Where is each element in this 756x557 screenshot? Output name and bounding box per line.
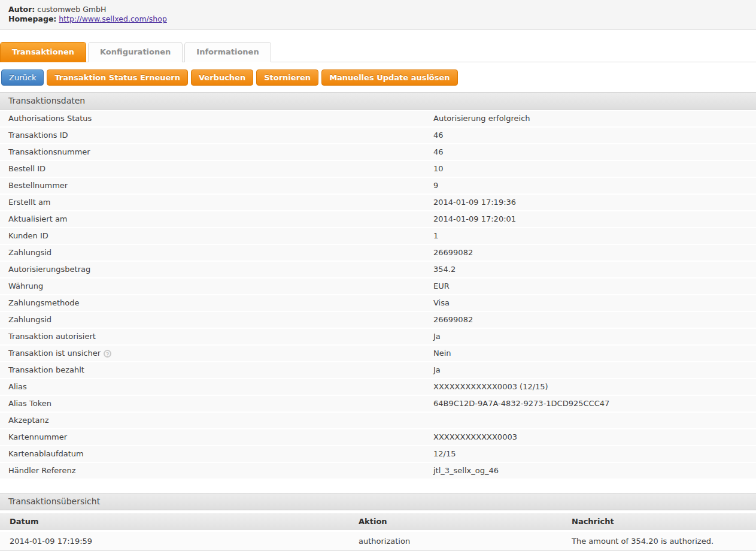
- field-label: Händler Referenz: [8, 463, 433, 479]
- field-value: EUR: [433, 278, 756, 294]
- field-label-text: Transaktion autorisiert: [8, 332, 96, 341]
- cancel-transaction-button[interactable]: Stornieren: [256, 69, 318, 86]
- field-value: 1: [433, 228, 756, 244]
- field-value: 64B9C12D-9A7A-4832-9273-1DCD925CCC47: [433, 396, 756, 411]
- field-value: 26699082: [433, 312, 756, 328]
- field-value: Autorisierung erfolgreich: [433, 111, 756, 126]
- field-value: XXXXXXXXXXXX0003: [433, 429, 756, 445]
- tab-informationen[interactable]: Informationen: [184, 42, 271, 62]
- field-label-text: Kartennummer: [8, 432, 67, 441]
- plugin-info-header: Autor: customweb GmbH Homepage: http://w…: [0, 0, 756, 30]
- homepage-line: Homepage: http://www.sellxed.com/shop: [8, 14, 748, 24]
- homepage-link[interactable]: http://www.sellxed.com/shop: [59, 14, 166, 23]
- overview-header-row: DatumAktionNachricht: [0, 513, 756, 531]
- transaction-data-row: Kartenablaufdatum12/15: [0, 446, 756, 462]
- capture-button[interactable]: Verbuchen: [191, 69, 253, 86]
- field-label-text: Transaktions ID: [8, 131, 68, 140]
- transaction-data-row: Transaktion autorisiertJa: [0, 329, 756, 344]
- field-label-text: Transaktion ist unsicher: [8, 349, 101, 358]
- field-label-text: Bestellnummer: [8, 181, 68, 190]
- transaction-data-section-title: Transaktionsdaten: [0, 92, 756, 110]
- field-label: Aktualisiert am: [8, 211, 433, 227]
- field-label-text: Alias: [8, 382, 27, 391]
- transaction-data-row: Authorisations StatusAutorisierung erfol…: [0, 111, 756, 126]
- field-label: Alias Token: [8, 396, 433, 411]
- field-value: jtl_3_sellx_og_46: [433, 463, 756, 479]
- refresh-status-button[interactable]: Transaktion Status Erneuern: [47, 69, 188, 86]
- field-value: XXXXXXXXXXXX0003 (12/15): [433, 379, 756, 395]
- field-label-text: Zahlungsmethode: [8, 298, 79, 307]
- back-button[interactable]: Zurück: [1, 69, 44, 86]
- overview-row: 2014-01-09 17:19:59authorizationThe amou…: [0, 531, 756, 551]
- field-label: Erstellt am: [8, 195, 433, 210]
- field-label: Autorisierungsbetrag: [8, 262, 433, 277]
- field-label: Authorisations Status: [8, 111, 433, 126]
- field-label-text: Kartenablaufdatum: [8, 449, 84, 458]
- transaction-data-row: KartennummerXXXXXXXXXXXX0003: [0, 429, 756, 445]
- field-value: 2014-01-09 17:19:36: [433, 195, 756, 210]
- tab-transaktionen[interactable]: Transaktionen: [0, 42, 86, 62]
- field-label-text: Aktualisiert am: [8, 214, 68, 223]
- field-label: Kunden ID: [8, 228, 433, 244]
- transaction-overview-table: DatumAktionNachricht 2014-01-09 17:19:59…: [0, 513, 756, 551]
- field-label-text: Transaktionsnummer: [8, 147, 90, 156]
- transaction-data-row: ZahlungsmethodeVisa: [0, 295, 756, 311]
- transaction-data-row: AliasXXXXXXXXXXXX0003 (12/15): [0, 379, 756, 395]
- field-value: 46: [433, 128, 756, 143]
- transaction-data-row: Bestellnummer9: [0, 178, 756, 193]
- transaction-data-row: Bestell ID10: [0, 161, 756, 177]
- field-label-text: Währung: [8, 281, 43, 290]
- field-label: Kartenablaufdatum: [8, 446, 433, 462]
- transaction-data-rows: Authorisations StatusAutorisierung erfol…: [0, 111, 756, 479]
- field-label: Transaktion ist unsicher?: [8, 346, 433, 361]
- overview-cell: The amount of 354.20 is authorized.: [562, 531, 756, 551]
- manual-update-button[interactable]: Manuelles Update auslösen: [321, 69, 458, 86]
- field-value: 12/15: [433, 446, 756, 462]
- tab-konfigurationen[interactable]: Konfigurationen: [88, 42, 183, 62]
- field-label-text: Zahlungsid: [8, 315, 51, 324]
- field-label: Transaktion autorisiert: [8, 329, 433, 344]
- transaction-data-row: Aktualisiert am2014-01-09 17:20:01: [0, 211, 756, 227]
- field-label-text: Bestell ID: [8, 164, 45, 173]
- overview-column-header: Datum: [0, 513, 349, 531]
- field-label-text: Authorisations Status: [8, 114, 92, 123]
- field-label: Akzeptanz: [8, 413, 433, 428]
- toolbar: ZurückTransaktion Status ErneuernVerbuch…: [0, 62, 756, 92]
- overview-cell: authorization: [349, 531, 562, 551]
- transaction-data-row: Transaktionsnummer46: [0, 144, 756, 160]
- transaction-data-row: WährungEUR: [0, 278, 756, 294]
- transaction-overview-section: Transaktionsübersicht DatumAktionNachric…: [0, 493, 756, 551]
- field-label: Zahlungsid: [8, 245, 433, 261]
- transaction-data-row: Akzeptanz: [0, 413, 756, 428]
- field-label: Alias: [8, 379, 433, 395]
- field-value: 10: [433, 161, 756, 177]
- field-value: Visa: [433, 295, 756, 311]
- author-label: Autor:: [8, 5, 35, 14]
- transaction-data-row: Transaktion ist unsicher?Nein: [0, 346, 756, 361]
- field-label-text: Autorisierungsbetrag: [8, 265, 90, 274]
- field-label: Kartennummer: [8, 429, 433, 445]
- field-label: Zahlungsid: [8, 312, 433, 328]
- transaction-data-row: Kunden ID1: [0, 228, 756, 244]
- field-value: 354.2: [433, 262, 756, 277]
- field-label-text: Alias Token: [8, 399, 51, 408]
- transaction-data-row: Transaktions ID46: [0, 128, 756, 143]
- transaction-data-row: Transaktion bezahltJa: [0, 362, 756, 378]
- field-value: 26699082: [433, 245, 756, 261]
- field-label: Bestellnummer: [8, 178, 433, 193]
- field-value: [433, 413, 756, 428]
- transaction-data-row: Händler Referenzjtl_3_sellx_og_46: [0, 463, 756, 479]
- transaction-data-row: Autorisierungsbetrag354.2: [0, 262, 756, 277]
- field-label-text: Akzeptanz: [8, 416, 49, 425]
- overview-cell: 2014-01-09 17:19:59: [0, 531, 349, 551]
- transaction-overview-title: Transaktionsübersicht: [0, 493, 756, 510]
- tab-bar: TransaktionenKonfigurationenInformatione…: [0, 42, 756, 62]
- field-label: Zahlungsmethode: [8, 295, 433, 311]
- field-label-text: Händler Referenz: [8, 466, 75, 475]
- transaction-data-row: Alias Token64B9C12D-9A7A-4832-9273-1DCD9…: [0, 396, 756, 411]
- field-label: Bestell ID: [8, 161, 433, 177]
- transaction-data-row: Zahlungsid26699082: [0, 245, 756, 261]
- field-label: Transaktionsnummer: [8, 144, 433, 160]
- transaction-data-row: Zahlungsid26699082: [0, 312, 756, 328]
- help-icon[interactable]: ?: [104, 350, 111, 358]
